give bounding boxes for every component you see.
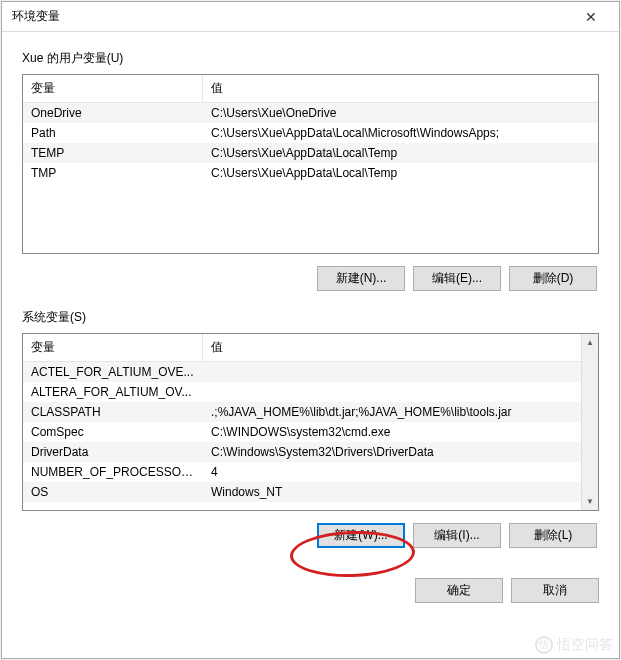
sys-rows: ACTEL_FOR_ALTIUM_OVE... ALTERA_FOR_ALTIU… [23, 362, 581, 511]
user-edit-button[interactable]: 编辑(E)... [413, 266, 501, 291]
col-header-name[interactable]: 变量 [23, 75, 203, 102]
var-name: DriverData [23, 442, 203, 462]
var-value: C:\WINDOWS\system32\cmd.exe [203, 422, 581, 442]
var-value: C:\Windows\System32\Drivers\DriverData [203, 442, 581, 462]
table-row[interactable]: CLASSPATH.;%JAVA_HOME%\lib\dt.jar;%JAVA_… [23, 402, 581, 422]
list-header: 变量 值 [23, 334, 598, 362]
table-row[interactable]: ACTEL_FOR_ALTIUM_OVE... [23, 362, 581, 382]
system-variables-list[interactable]: 变量 值 ACTEL_FOR_ALTIUM_OVE... ALTERA_FOR_… [22, 333, 599, 511]
env-vars-dialog: 环境变量 ✕ Xue 的用户变量(U) 变量 值 OneDriveC:\User… [1, 1, 620, 659]
dialog-title: 环境变量 [12, 8, 60, 25]
cancel-button[interactable]: 取消 [511, 578, 599, 603]
system-section-label: 系统变量(S) [22, 309, 599, 326]
var-value [203, 382, 581, 402]
system-new-button[interactable]: 新建(W)... [317, 523, 405, 548]
col-header-value[interactable]: 值 [203, 75, 598, 102]
var-name: Path [23, 123, 203, 143]
user-new-button[interactable]: 新建(N)... [317, 266, 405, 291]
table-row[interactable]: ALTERA_FOR_ALTIUM_OV... [23, 382, 581, 402]
var-name: ACTEL_FOR_ALTIUM_OVE... [23, 362, 203, 382]
titlebar: 环境变量 ✕ [2, 2, 619, 32]
var-value: Windows_NT [203, 482, 581, 502]
var-name: ComSpec [23, 422, 203, 442]
list-header: 变量 值 [23, 75, 598, 103]
user-variables-section: Xue 的用户变量(U) 变量 值 OneDriveC:\Users\Xue\O… [22, 50, 599, 291]
var-value: 4 [203, 462, 581, 482]
user-variables-list[interactable]: 变量 值 OneDriveC:\Users\Xue\OneDrive PathC… [22, 74, 599, 254]
table-row[interactable]: OneDriveC:\Users\Xue\OneDrive [23, 103, 598, 123]
col-header-value[interactable]: 值 [203, 334, 598, 361]
system-buttons: 新建(W)... 编辑(I)... 删除(L) [22, 523, 597, 548]
ok-button[interactable]: 确定 [415, 578, 503, 603]
var-name: NUMBER_OF_PROCESSORS [23, 462, 203, 482]
var-value: C:\Users\Xue\AppData\Local\Microsoft\Win… [203, 123, 598, 143]
var-name: TMP [23, 163, 203, 183]
table-row[interactable]: ComSpecC:\WINDOWS\system32\cmd.exe [23, 422, 581, 442]
var-name: TEMP [23, 143, 203, 163]
user-section-label: Xue 的用户变量(U) [22, 50, 599, 67]
dialog-footer: 确定 取消 [2, 566, 619, 603]
scroll-up-icon[interactable]: ▲ [582, 334, 598, 351]
scrollbar[interactable]: ▲ ▼ [581, 334, 598, 510]
user-buttons: 新建(N)... 编辑(E)... 删除(D) [22, 266, 597, 291]
table-row[interactable]: TEMPC:\Users\Xue\AppData\Local\Temp [23, 143, 598, 163]
scroll-down-icon[interactable]: ▼ [582, 493, 598, 510]
var-value: C:\Users\Xue\AppData\Local\Temp [203, 163, 598, 183]
var-name: OS [23, 482, 203, 502]
table-row[interactable]: TMPC:\Users\Xue\AppData\Local\Temp [23, 163, 598, 183]
var-name: ALTERA_FOR_ALTIUM_OV... [23, 382, 203, 402]
close-icon[interactable]: ✕ [571, 3, 611, 31]
var-value: C:\Users\Xue\OneDrive [203, 103, 598, 123]
watermark: 悟 悟空问答 [535, 636, 613, 654]
system-edit-button[interactable]: 编辑(I)... [413, 523, 501, 548]
var-value: .;%JAVA_HOME%\lib\dt.jar;%JAVA_HOME%\lib… [203, 402, 581, 422]
col-header-name[interactable]: 变量 [23, 334, 203, 361]
dialog-content: Xue 的用户变量(U) 变量 值 OneDriveC:\Users\Xue\O… [2, 32, 619, 560]
watermark-icon: 悟 [535, 636, 553, 654]
table-row[interactable]: OSWindows_NT [23, 482, 581, 502]
table-row[interactable]: NUMBER_OF_PROCESSORS4 [23, 462, 581, 482]
table-row[interactable]: PathC:\Users\Xue\AppData\Local\Microsoft… [23, 123, 598, 143]
watermark-text: 悟空问答 [557, 636, 613, 654]
var-name: OneDrive [23, 103, 203, 123]
user-delete-button[interactable]: 删除(D) [509, 266, 597, 291]
system-variables-section: 系统变量(S) 变量 值 ACTEL_FOR_ALTIUM_OVE... ALT… [22, 309, 599, 548]
var-value: C:\Users\Xue\AppData\Local\Temp [203, 143, 598, 163]
table-row[interactable]: DriverDataC:\Windows\System32\Drivers\Dr… [23, 442, 581, 462]
var-value [203, 362, 581, 382]
user-rows: OneDriveC:\Users\Xue\OneDrive PathC:\Use… [23, 103, 598, 254]
system-delete-button[interactable]: 删除(L) [509, 523, 597, 548]
var-name: CLASSPATH [23, 402, 203, 422]
